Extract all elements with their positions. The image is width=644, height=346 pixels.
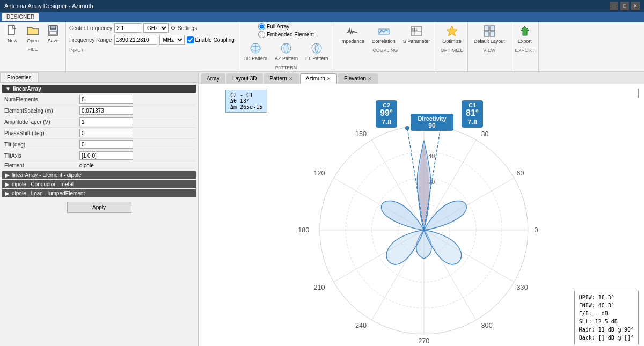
element-spacing-input[interactable] xyxy=(79,106,133,115)
svg-text:120: 120 xyxy=(313,170,325,177)
svg-text:150: 150 xyxy=(355,130,367,138)
apply-button[interactable]: Apply xyxy=(67,202,131,213)
tab-layout3d[interactable]: Layout 3D xyxy=(226,73,263,84)
window-controls: ─ □ ✕ xyxy=(610,2,640,10)
minimize-btn[interactable]: ─ xyxy=(610,2,618,10)
svg-rect-0 xyxy=(8,25,14,35)
pattern-label: PATTERN xyxy=(275,65,297,70)
center-freq-row: Center Frequency GHzMHz ⚙ Settings xyxy=(69,23,197,33)
s-parameter-button[interactable]: S11 S Parameter xyxy=(400,23,433,46)
svg-text:240: 240 xyxy=(355,322,367,329)
element-row: Element dipole xyxy=(2,161,196,170)
diff-info-box: C2 - C1 Δθ 18° Δm 265e-15 xyxy=(225,90,267,113)
right-panel: Array Layout 3D Pattern ✕ Azimuth ✕ Elev… xyxy=(199,72,644,346)
pattern-buttons: 3D Pattern AZ Pattern EL Pattern xyxy=(241,40,331,63)
load-lumped-header[interactable]: ▶ dipole - Load - lumpedElement xyxy=(2,189,196,197)
num-elements-input[interactable] xyxy=(79,95,133,104)
tilt-axis-row: TiltAxis xyxy=(2,150,196,161)
tab-pattern[interactable]: Pattern ✕ xyxy=(264,73,299,84)
coupling-label: COUPLING xyxy=(372,48,398,53)
freq-range-unit-select[interactable]: MHzGHz xyxy=(159,35,185,45)
svg-rect-16 xyxy=(490,26,495,31)
plot-area: C2 - C1 Δθ 18° Δm 265e-15 C2 99° 7.8 Dir… xyxy=(199,84,644,346)
svg-rect-2 xyxy=(50,26,56,29)
close-azimuth-tab[interactable]: ✕ xyxy=(327,76,331,82)
tab-elevation[interactable]: Elevation ✕ xyxy=(338,73,378,84)
svg-point-51 xyxy=(405,126,409,130)
svg-text:S11: S11 xyxy=(412,28,418,31)
tab-array[interactable]: Array xyxy=(201,73,225,84)
toolbar: New Open Save FILE xyxy=(0,22,644,72)
freq-unit-select[interactable]: GHzMHz xyxy=(143,23,169,33)
embedded-element-radio[interactable]: Embedded Element xyxy=(258,31,314,38)
left-panel: Properties ▼ linearArray NumElements Ele… xyxy=(0,72,199,346)
coupling-buttons: Impedance Correlation S11 xyxy=(338,23,433,46)
c2-label: C2 99° 7.8 xyxy=(376,100,397,128)
correlation-button[interactable]: Correlation xyxy=(369,23,398,46)
3d-pattern-button[interactable]: 3D Pattern xyxy=(241,40,270,63)
new-button[interactable]: New xyxy=(3,23,21,45)
svg-text:60: 60 xyxy=(517,170,524,177)
amplitude-taper-input[interactable] xyxy=(79,117,133,126)
svg-rect-15 xyxy=(484,26,489,31)
designer-tab[interactable]: DESIGNER xyxy=(2,13,39,21)
phase-shift-input[interactable] xyxy=(79,129,133,137)
properties-tab[interactable]: Properties xyxy=(0,72,39,82)
panel-tabs: Properties xyxy=(0,72,198,83)
svg-text:270: 270 xyxy=(418,337,429,345)
impedance-button[interactable]: Impedance xyxy=(338,23,367,46)
export-label: EXPORT xyxy=(515,48,535,53)
file-label: FILE xyxy=(27,47,38,52)
file-buttons: New Open Save xyxy=(3,23,62,45)
export-button[interactable]: Export xyxy=(515,23,535,46)
center-freq-input[interactable] xyxy=(114,23,141,33)
close-pattern-tab[interactable]: ✕ xyxy=(289,76,293,82)
svg-text:0: 0 xyxy=(535,226,538,234)
freq-range-input[interactable] xyxy=(114,35,157,45)
svg-rect-17 xyxy=(484,32,489,36)
default-layout-button[interactable]: Default Layout xyxy=(471,23,508,46)
linear-array-header[interactable]: ▼ linearArray xyxy=(2,85,196,93)
element-spacing-row: ElementSpacing (m) xyxy=(2,105,196,116)
input-section: Center Frequency GHzMHz ⚙ Settings Frequ… xyxy=(66,22,238,71)
tilt-input[interactable] xyxy=(79,140,133,149)
save-button[interactable]: Save xyxy=(44,23,62,45)
optimize-label: OPTIMIZE xyxy=(441,48,464,53)
tab-azimuth[interactable]: Azimuth ✕ xyxy=(300,73,337,84)
enable-coupling-checkbox[interactable] xyxy=(187,36,194,43)
pattern-radio: Full Array Embedded Element xyxy=(258,23,314,38)
phase-shift-row: PhaseShift (deg) xyxy=(2,128,196,139)
input-label: INPUT xyxy=(69,48,84,53)
ribbon-tabs: DESIGNER xyxy=(0,12,644,22)
open-button[interactable]: Open xyxy=(24,23,42,45)
tilt-row: Tilt (deg) xyxy=(2,139,196,150)
el-pattern-button[interactable]: EL Pattern xyxy=(303,40,331,63)
close-elevation-tab[interactable]: ✕ xyxy=(368,76,372,82)
metrics-box: HPBW: 18.3° FNBW: 40.3° F/B: - dB SLL: 1… xyxy=(574,291,639,344)
content-tabs: Array Layout 3D Pattern ✕ Azimuth ✕ Elev… xyxy=(199,72,644,84)
full-array-radio[interactable]: Full Array xyxy=(258,23,314,30)
app-title: Antenna Array Designer - Azimuth xyxy=(4,3,93,9)
svg-rect-18 xyxy=(490,32,495,36)
conductor-metal-header[interactable]: ▶ dipole - Conductor - metal xyxy=(2,180,196,188)
num-elements-row: NumElements xyxy=(2,94,196,105)
c1-label: C1 81° 7.8 xyxy=(462,100,483,128)
svg-rect-3 xyxy=(50,31,56,35)
optimize-section: Optimize OPTIMIZE xyxy=(436,22,468,71)
az-pattern-button[interactable]: AZ Pattern xyxy=(272,40,301,63)
optimize-button[interactable]: Optimize xyxy=(440,23,464,46)
element-dipole-header[interactable]: ▶ linearArray - Element - dipole xyxy=(2,171,196,179)
freq-range-row: Frequency Range MHzGHz Enable Coupling xyxy=(69,35,235,45)
properties-content: ▼ linearArray NumElements ElementSpacing… xyxy=(0,83,198,219)
enable-coupling-label[interactable]: Enable Coupling xyxy=(187,36,235,43)
svg-text:30: 30 xyxy=(481,130,489,138)
maximize-btn[interactable]: □ xyxy=(620,2,629,10)
directivity-label: Directivity 90 xyxy=(411,114,453,131)
coupling-section: Impedance Correlation S11 xyxy=(334,22,436,71)
tilt-axis-input[interactable] xyxy=(79,151,133,160)
svg-text:330: 330 xyxy=(517,284,528,291)
view-section: Default Layout VIEW xyxy=(468,22,511,71)
main-layout: Properties ▼ linearArray NumElements Ele… xyxy=(0,72,644,346)
svg-text:180: 180 xyxy=(298,226,309,234)
close-btn[interactable]: ✕ xyxy=(631,2,640,10)
